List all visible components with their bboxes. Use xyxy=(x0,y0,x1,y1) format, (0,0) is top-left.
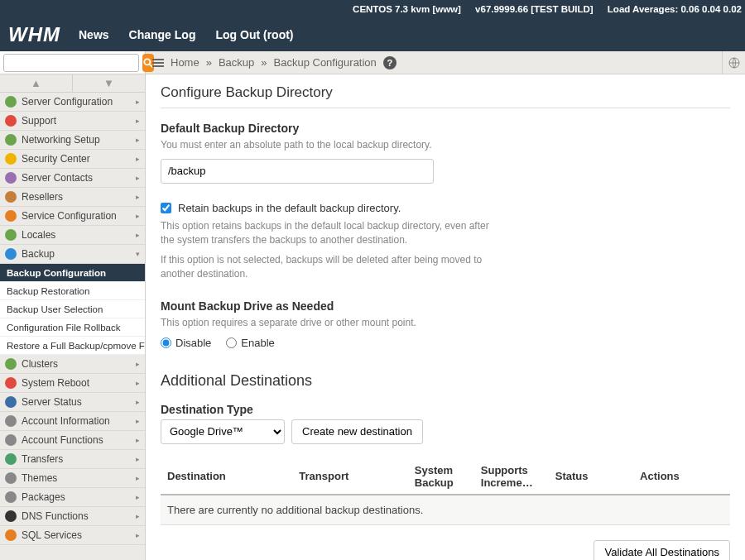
nav-changelog[interactable]: Change Log xyxy=(129,28,196,41)
chevron-icon: ▸ xyxy=(136,398,140,406)
sidebar-item-service-configuration[interactable]: Service Configuration▸ xyxy=(0,207,145,226)
sidebar-item-label: Packages xyxy=(22,491,65,503)
category-icon xyxy=(5,396,17,408)
category-icon xyxy=(5,453,17,465)
sidebar-item-sql-services[interactable]: SQL Services▸ xyxy=(0,526,145,545)
sidebar-item-label: Service Configuration xyxy=(22,210,117,222)
chevron-icon: ▸ xyxy=(136,379,140,387)
col-system[interactable]: System Backup xyxy=(408,459,474,495)
sidebar: ▲ ▼ Server Configuration▸Support▸Network… xyxy=(0,74,146,560)
search-cell xyxy=(0,51,146,74)
category-icon xyxy=(5,248,17,260)
category-icon xyxy=(5,210,17,222)
col-status[interactable]: Status xyxy=(549,459,633,495)
sidebar-item-packages[interactable]: Packages▸ xyxy=(0,488,145,507)
menu-icon[interactable] xyxy=(152,59,164,67)
sidebar-sub-configuration-file-rollback[interactable]: Configuration File Rollback xyxy=(0,318,145,337)
category-icon xyxy=(5,472,17,484)
sidebar-sub-backup-configuration[interactable]: Backup Configuration xyxy=(0,264,145,282)
sidebar-item-label: Resellers xyxy=(22,191,63,203)
category-icon xyxy=(5,134,17,146)
nav-news[interactable]: News xyxy=(79,28,109,41)
search-input[interactable] xyxy=(3,54,139,72)
sidebar-collapse-up[interactable]: ▲ xyxy=(0,74,73,92)
chevron-icon: ▸ xyxy=(136,212,140,220)
sidebar-item-server-configuration[interactable]: Server Configuration▸ xyxy=(0,93,145,112)
section-title: Configure Backup Directory xyxy=(161,84,730,108)
category-icon xyxy=(5,172,17,184)
default-dir-heading: Default Backup Directory xyxy=(161,122,730,135)
chevron-icon: ▸ xyxy=(136,155,140,163)
backup-dir-input[interactable] xyxy=(161,159,434,184)
sidebar-item-security-center[interactable]: Security Center▸ xyxy=(0,150,145,169)
dest-type-select[interactable]: Google Drive™ xyxy=(161,419,285,444)
mount-disable-radio[interactable] xyxy=(161,337,171,348)
col-transport[interactable]: Transport xyxy=(292,459,407,495)
chevron-icon: ▸ xyxy=(136,493,140,501)
col-destination[interactable]: Destination xyxy=(161,459,292,495)
sidebar-item-server-contacts[interactable]: Server Contacts▸ xyxy=(0,169,145,188)
sidebar-item-label: Server Contacts xyxy=(22,172,93,184)
retain-checkbox[interactable] xyxy=(161,203,171,213)
sidebar-item-server-status[interactable]: Server Status▸ xyxy=(0,393,145,412)
sidebar-item-resellers[interactable]: Resellers▸ xyxy=(0,188,145,207)
default-dir-hint: You must enter an absolute path to the l… xyxy=(161,138,730,152)
sidebar-item-account-information[interactable]: Account Information▸ xyxy=(0,412,145,431)
col-actions[interactable]: Actions xyxy=(633,459,730,495)
sidebar-item-clusters[interactable]: Clusters▸ xyxy=(0,355,145,374)
category-icon xyxy=(5,96,17,108)
sidebar-item-label: SQL Services xyxy=(22,529,82,541)
popout-button[interactable] xyxy=(722,51,745,74)
sidebar-list[interactable]: Server Configuration▸Support▸Networking … xyxy=(0,93,145,560)
validate-all-button[interactable]: Validate All Destinations xyxy=(594,540,730,560)
chevron-icon: ▸ xyxy=(136,231,140,239)
category-icon xyxy=(5,415,17,427)
sidebar-item-themes[interactable]: Themes▸ xyxy=(0,469,145,488)
sidebar-item-label: System Reboot xyxy=(22,377,89,389)
chevron-icon: ▸ xyxy=(136,417,140,425)
retain-hint2: If this option is not selected, backups … xyxy=(161,253,492,281)
sidebar-item-label: Clusters xyxy=(22,358,58,370)
sidebar-item-label: Networking Setup xyxy=(22,134,100,146)
sidebar-item-system-reboot[interactable]: System Reboot▸ xyxy=(0,374,145,393)
status-version: v67.9999.66 [TEST BUILD] xyxy=(475,4,594,14)
retain-label[interactable]: Retain backups in the default backup dir… xyxy=(178,202,401,214)
sidebar-item-dns-functions[interactable]: DNS Functions▸ xyxy=(0,507,145,526)
popout-icon xyxy=(728,56,741,69)
sidebar-item-locales[interactable]: Locales▸ xyxy=(0,226,145,245)
sidebar-item-transfers[interactable]: Transfers▸ xyxy=(0,450,145,469)
sidebar-item-support[interactable]: Support▸ xyxy=(0,112,145,131)
sidebar-sub-restore-a-full-backup-cpmove-file[interactable]: Restore a Full Backup/cpmove File xyxy=(0,337,145,355)
sidebar-item-networking-setup[interactable]: Networking Setup▸ xyxy=(0,131,145,150)
col-supports[interactable]: Supports Increme… xyxy=(474,459,549,495)
header: WHM News Change Log Log Out (root) xyxy=(0,18,745,51)
mount-disable[interactable]: Disable xyxy=(161,337,211,349)
sidebar-item-label: Locales xyxy=(22,229,55,241)
create-destination-button[interactable]: Create new destination xyxy=(291,419,423,444)
sidebar-item-label: Backup xyxy=(22,248,55,260)
nav-logout[interactable]: Log Out (root) xyxy=(215,28,293,41)
breadcrumb-home[interactable]: Home xyxy=(171,56,199,69)
sidebar-item-label: Account Information xyxy=(22,415,110,427)
sidebar-item-label: Server Status xyxy=(22,396,82,408)
chevron-icon: ▸ xyxy=(136,193,140,201)
chevron-icon: ▸ xyxy=(136,360,140,368)
breadcrumb-backup[interactable]: Backup xyxy=(219,56,254,69)
sidebar-item-account-functions[interactable]: Account Functions▸ xyxy=(0,431,145,450)
chevron-icon: ▸ xyxy=(136,512,140,520)
mount-enable-radio[interactable] xyxy=(226,337,237,348)
chevron-icon: ▸ xyxy=(136,98,140,106)
sidebar-sub-backup-restoration[interactable]: Backup Restoration xyxy=(0,282,145,300)
logo: WHM xyxy=(8,23,60,46)
category-icon xyxy=(5,229,17,241)
breadcrumb-current: Backup Configuration xyxy=(274,56,377,69)
mount-enable[interactable]: Enable xyxy=(226,337,274,349)
sidebar-item-backup[interactable]: Backup▾ xyxy=(0,245,145,264)
sidebar-collapse-down[interactable]: ▼ xyxy=(73,74,145,92)
status-load: Load Averages: 0.06 0.04 0.02 xyxy=(608,4,742,14)
additional-dest-title: Additional Destinations xyxy=(161,372,730,390)
chevron-icon: ▸ xyxy=(136,455,140,463)
category-icon xyxy=(5,191,17,203)
sidebar-sub-backup-user-selection[interactable]: Backup User Selection xyxy=(0,300,145,318)
help-icon[interactable]: ? xyxy=(383,56,397,69)
